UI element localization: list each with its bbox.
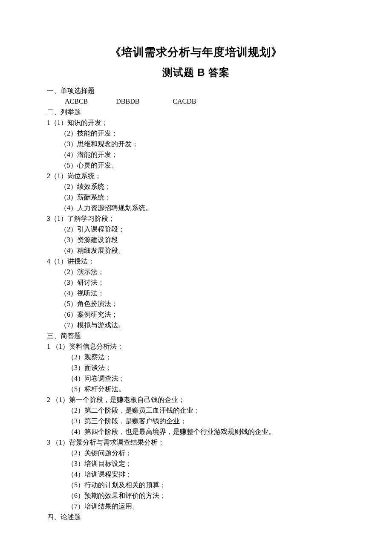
list-item: （5）标杆分析法。 bbox=[47, 384, 345, 394]
section-3-heading: 三、简答题 bbox=[47, 330, 345, 341]
list-item: （4）第四个阶段，也是最高境界，是赚整个行业游戏规则钱的企业。 bbox=[47, 426, 345, 437]
list-item: （3）资源建设阶段 bbox=[47, 234, 345, 245]
list-item: 1 （1）资料信息分析法； bbox=[47, 341, 345, 352]
document-page: 《培训需求分析与年度培训规划》 测试题 B 答案 一、单项选择题 ACBCB D… bbox=[0, 0, 392, 522]
list-item: （3）薪酬系统； bbox=[47, 192, 345, 202]
list-item: 1（1）知识的开发； bbox=[47, 117, 345, 128]
section-2-heading: 二、列举题 bbox=[47, 107, 345, 117]
list-item: （4）培训课程安排； bbox=[47, 469, 345, 480]
list-item: （4）潜能的开发； bbox=[47, 149, 345, 160]
answer-group: ACBCB bbox=[65, 96, 88, 107]
document-subtitle: 测试题 B 答案 bbox=[47, 66, 345, 79]
section-1-heading: 一、单项选择题 bbox=[47, 85, 345, 96]
list-item: （3）思维和观念的开发； bbox=[47, 139, 345, 149]
list-item: （3）面谈法； bbox=[47, 362, 345, 373]
list-item: （7）模拟与游戏法。 bbox=[47, 320, 345, 330]
list-item: （3）研讨法； bbox=[47, 277, 345, 288]
list-item: （2）演示法； bbox=[47, 266, 345, 277]
list-item: （4）精细发展阶段。 bbox=[47, 245, 345, 256]
list-item: （5）角色扮演法； bbox=[47, 298, 345, 309]
answer-group: CACDB bbox=[173, 96, 196, 107]
list-item: （2）引入课程阶段； bbox=[47, 224, 345, 234]
document-title: 《培训需求分析与年度培训规划》 bbox=[47, 45, 345, 60]
list-item: （5）行动的计划及相关的预算； bbox=[47, 480, 345, 490]
list-item: （3）培训目标设定； bbox=[47, 458, 345, 469]
list-item: 4（1）讲授法； bbox=[47, 256, 345, 266]
section-4-heading: 四、论述题 bbox=[47, 512, 345, 522]
list-item: （3）第三个阶段，是赚客户钱的企业； bbox=[47, 416, 345, 426]
section-1-answers: ACBCB DBBDB CACDB bbox=[47, 96, 345, 107]
list-item: 2 （1）第一个阶段，是赚老板自己钱的企业； bbox=[47, 394, 345, 405]
list-item: 2（1）岗位系统； bbox=[47, 171, 345, 181]
list-item: （4）问卷调查法； bbox=[47, 373, 345, 384]
list-item: （4）视听法； bbox=[47, 288, 345, 298]
list-item: （5）心灵的开发。 bbox=[47, 160, 345, 171]
list-item: （6）预期的效果和评价的方法； bbox=[47, 490, 345, 501]
list-item: （2）第二个阶段，是赚员工血汗钱的企业； bbox=[47, 405, 345, 416]
list-item: （2）绩效系统； bbox=[47, 181, 345, 192]
list-item: （2）观察法； bbox=[47, 352, 345, 362]
list-item: （2）技能的开发； bbox=[47, 128, 345, 139]
list-item: 3 （1）背景分析与需求调查结果分析； bbox=[47, 437, 345, 448]
list-item: （7）培训结果的运用。 bbox=[47, 501, 345, 512]
list-item: 3（1）了解学习阶段； bbox=[47, 213, 345, 224]
list-item: （2）关键问题分析； bbox=[47, 448, 345, 458]
answer-group: DBBDB bbox=[116, 96, 139, 107]
list-item: （6）案例研究法； bbox=[47, 309, 345, 320]
list-item: （4）人力资源招聘规划系统。 bbox=[47, 202, 345, 213]
